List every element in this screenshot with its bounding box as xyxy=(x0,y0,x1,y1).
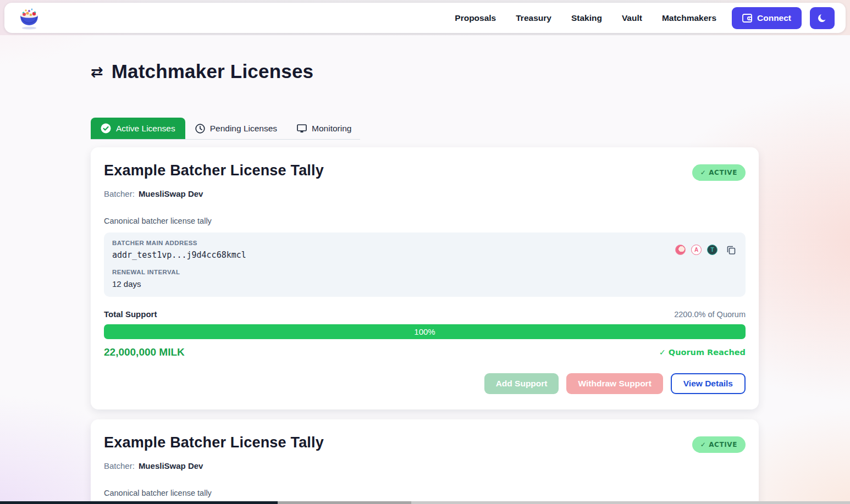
card-title: Example Batcher License Tally xyxy=(104,434,324,451)
monitor-icon xyxy=(297,124,307,133)
horizontal-scrollbar xyxy=(0,501,850,504)
tab-label: Active Licenses xyxy=(116,124,175,134)
renewal-label: RENEWAL INTERVAL xyxy=(112,269,737,275)
support-progress-bar: 100% xyxy=(104,324,746,339)
nav-link-vault[interactable]: Vault xyxy=(622,13,642,23)
tab-pending-licenses[interactable]: Pending Licenses xyxy=(185,118,287,139)
card-header: Example Batcher License Tally ✓ ACTIVE xyxy=(104,434,746,453)
copy-icon xyxy=(727,246,736,254)
address-label: BATCHER MAIN ADDRESS xyxy=(112,240,737,246)
connect-wallet-button[interactable]: Connect xyxy=(732,7,802,29)
license-description: Canonical batcher license tally xyxy=(104,217,746,225)
tab-active-licenses[interactable]: Active Licenses xyxy=(91,118,185,139)
horizontal-scrollbar-thumb[interactable] xyxy=(0,501,278,504)
clock-icon xyxy=(195,124,205,134)
withdraw-support-button[interactable]: Withdraw Support xyxy=(566,373,663,394)
tab-monitoring[interactable]: Monitoring xyxy=(287,118,361,139)
license-description: Canonical batcher license tally xyxy=(104,489,746,497)
moon-icon xyxy=(817,13,828,24)
adastat-icon[interactable]: A xyxy=(691,245,702,255)
batcher-name: MuesliSwap Dev xyxy=(139,461,203,470)
copy-address-button[interactable] xyxy=(727,246,736,254)
batcher-name: MuesliSwap Dev xyxy=(139,189,203,198)
card-header: Example Batcher License Tally ✓ ACTIVE xyxy=(104,162,746,181)
horizontal-scrollbar-track-mid xyxy=(278,501,411,504)
muesli-bowl-icon xyxy=(16,6,42,30)
quorum-percentage: 2200.0% of Quorum xyxy=(674,310,746,319)
status-badge: ✓ ACTIVE xyxy=(692,436,746,453)
nav-link-matchmakers[interactable]: Matchmakers xyxy=(662,13,716,23)
batcher-row: Batcher:MuesliSwap Dev xyxy=(104,189,746,198)
quorum-reached-label: ✓ Quorum Reached xyxy=(659,348,746,357)
renewal-value: 12 days xyxy=(112,279,737,289)
amount-row: 22,000,000 MILK ✓ Quorum Reached xyxy=(104,346,746,358)
batcher-address: addr_test1vp...j9d4cc68kmcl xyxy=(112,250,737,260)
batcher-label: Batcher: xyxy=(104,189,135,198)
batcher-info-box: BATCHER MAIN ADDRESS addr_test1vp...j9d4… xyxy=(104,232,746,297)
horizontal-scrollbar-track xyxy=(411,501,850,504)
wallet-icon xyxy=(742,14,752,23)
support-row: Total Support 2200.0% of Quorum xyxy=(104,309,746,319)
nav-link-staking[interactable]: Staking xyxy=(571,13,602,23)
batcher-label: Batcher: xyxy=(104,461,135,470)
batcher-row: Batcher:MuesliSwap Dev xyxy=(104,461,746,470)
nav-link-proposals[interactable]: Proposals xyxy=(455,13,496,23)
swap-arrows-icon: ⇄ xyxy=(91,63,103,80)
page-title: ⇄ Matchmaker Licenses xyxy=(91,60,759,82)
cexplorer-icon[interactable] xyxy=(675,245,686,255)
total-support-label: Total Support xyxy=(104,309,157,319)
support-amount: 22,000,000 MILK xyxy=(104,346,185,358)
dark-mode-toggle[interactable] xyxy=(810,7,835,29)
add-support-button[interactable]: Add Support xyxy=(484,373,559,394)
status-badge: ✓ ACTIVE xyxy=(692,164,746,181)
card-actions: Add Support Withdraw Support View Detail… xyxy=(104,373,746,394)
taptools-icon[interactable]: T xyxy=(707,245,717,255)
connect-label: Connect xyxy=(757,13,791,23)
main-content: ⇄ Matchmaker Licenses Active Licenses Pe… xyxy=(91,60,759,504)
tab-label: Monitoring xyxy=(312,124,351,134)
nav-links: Proposals Treasury Staking Vault Matchma… xyxy=(455,13,716,23)
page-title-text: Matchmaker Licenses xyxy=(112,60,314,82)
progress-label: 100% xyxy=(414,327,435,336)
license-card: Example Batcher License Tally ✓ ACTIVE B… xyxy=(91,147,759,409)
muesliswap-logo[interactable] xyxy=(16,6,42,30)
tab-label: Pending Licenses xyxy=(210,124,277,134)
license-card: Example Batcher License Tally ✓ ACTIVE B… xyxy=(91,419,759,504)
view-details-button[interactable]: View Details xyxy=(671,373,746,394)
license-tabs: Active Licenses Pending Licenses Monitor… xyxy=(91,118,360,140)
check-circle-icon xyxy=(101,123,111,134)
card-title: Example Batcher License Tally xyxy=(104,162,324,179)
explorer-links: A T xyxy=(675,245,736,255)
nav-link-treasury[interactable]: Treasury xyxy=(516,13,551,23)
navbar: Proposals Treasury Staking Vault Matchma… xyxy=(4,3,846,33)
